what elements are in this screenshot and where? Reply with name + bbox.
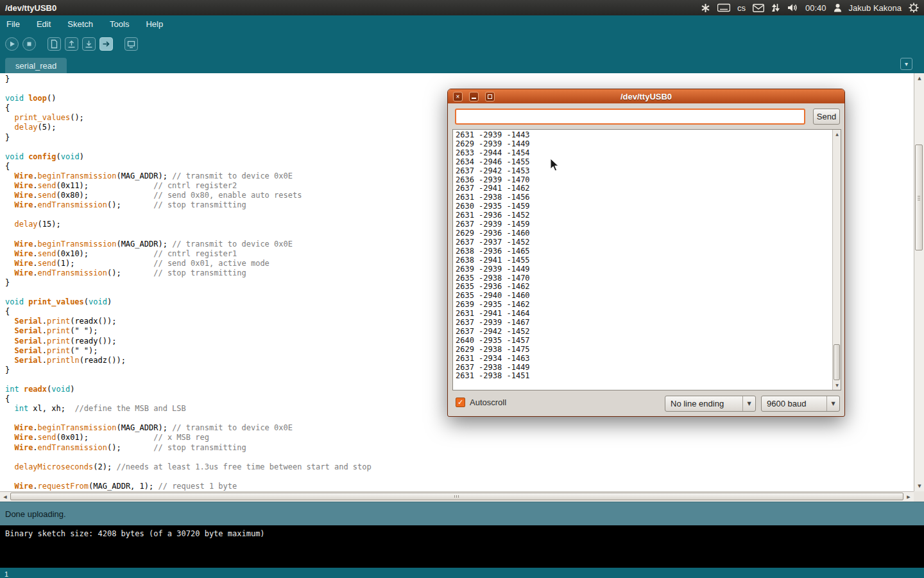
vertical-scroll-thumb[interactable] bbox=[915, 144, 923, 250]
line-number-indicator: 1 bbox=[4, 570, 8, 578]
send-button[interactable]: Send bbox=[813, 109, 840, 125]
console-line: Binary sketch size: 4208 bytes (of a 307… bbox=[0, 525, 924, 538]
line-ending-value: No line ending bbox=[665, 399, 742, 408]
serial-scroll-thumb[interactable] bbox=[834, 344, 840, 380]
upload-button[interactable] bbox=[99, 37, 113, 51]
open-sketch-button[interactable] bbox=[65, 37, 78, 51]
tab-bar: serial_read ▾ bbox=[0, 55, 924, 73]
menu-bar: File Edit Sketch Tools Help bbox=[0, 15, 924, 33]
check-icon: ✓ bbox=[458, 398, 463, 407]
minimize-icon[interactable] bbox=[469, 92, 479, 101]
menu-item-sketch[interactable]: Sketch bbox=[67, 19, 93, 29]
scrollbar-corner bbox=[914, 491, 924, 502]
serial-monitor-titlebar[interactable]: /dev/ttyUSB0 × bbox=[448, 89, 844, 103]
menu-item-help[interactable]: Help bbox=[146, 19, 163, 29]
chevron-down-icon: ▼ bbox=[742, 396, 755, 411]
serial-monitor-controls: ✓ Autoscroll No line ending ▼ 9600 baud … bbox=[448, 396, 844, 414]
ide-toolbar bbox=[0, 33, 924, 55]
baud-rate-value: 9600 baud bbox=[762, 399, 826, 408]
scroll-right-arrow-icon[interactable]: ▶ bbox=[903, 492, 914, 502]
scroll-left-arrow-icon[interactable]: ◀ bbox=[0, 492, 10, 502]
new-sketch-button[interactable] bbox=[47, 37, 61, 51]
serial-output: 2631 -2939 -14432629 -2939 -14492633 -29… bbox=[453, 130, 832, 390]
autoscroll-label: Autoscroll bbox=[470, 398, 506, 407]
scroll-up-arrow-icon[interactable]: ▲ bbox=[833, 130, 841, 139]
active-window-title: /dev/ttyUSB0 bbox=[5, 3, 56, 13]
menu-item-tools[interactable]: Tools bbox=[110, 19, 129, 29]
serial-monitor-button[interactable] bbox=[124, 37, 138, 51]
serial-output-area[interactable]: 2631 -2939 -14432629 -2939 -14492633 -29… bbox=[452, 129, 841, 390]
scroll-up-arrow-icon[interactable]: ▲ bbox=[914, 73, 924, 83]
window-controls: × bbox=[453, 92, 495, 101]
indicator-icon[interactable] bbox=[701, 3, 710, 13]
volume-icon[interactable] bbox=[787, 3, 798, 12]
editor-vertical-scrollbar[interactable]: ▲ ▼ bbox=[914, 73, 924, 491]
mail-icon[interactable] bbox=[753, 4, 764, 12]
system-top-panel: /dev/ttyUSB0 cs 00:40 Jakub Kakona bbox=[0, 0, 924, 15]
tab-serial-read[interactable]: serial_read bbox=[5, 58, 67, 73]
autoscroll-checkbox[interactable]: ✓ bbox=[456, 398, 465, 407]
tab-label: serial_read bbox=[15, 61, 56, 71]
updown-arrows-icon[interactable] bbox=[771, 3, 780, 12]
user-icon bbox=[834, 3, 842, 12]
username[interactable]: Jakub Kakona bbox=[849, 3, 902, 13]
save-sketch-button[interactable] bbox=[82, 37, 96, 51]
horizontal-scroll-thumb[interactable] bbox=[10, 493, 903, 500]
menu-item-file[interactable]: File bbox=[6, 19, 20, 29]
scroll-down-arrow-icon[interactable]: ▼ bbox=[833, 381, 841, 390]
line-ending-select[interactable]: No line ending ▼ bbox=[665, 396, 756, 412]
maximize-icon[interactable] bbox=[485, 92, 495, 101]
status-message: Done uploading. bbox=[5, 509, 66, 519]
chevron-down-icon: ▾ bbox=[905, 60, 908, 67]
serial-scrollbar[interactable]: ▲ ▼ bbox=[832, 130, 841, 390]
editor-footer: 1 bbox=[0, 568, 924, 578]
serial-monitor-window: /dev/ttyUSB0 × Send 2631 -2939 -14432629… bbox=[447, 89, 845, 417]
clock[interactable]: 00:40 bbox=[805, 3, 826, 13]
mouse-cursor bbox=[550, 158, 560, 175]
keyboard-icon[interactable] bbox=[717, 3, 730, 12]
tab-menu-button[interactable]: ▾ bbox=[900, 58, 912, 70]
stop-button[interactable] bbox=[22, 37, 36, 51]
session-gear-icon[interactable] bbox=[909, 3, 919, 13]
baud-rate-select[interactable]: 9600 baud ▼ bbox=[761, 396, 840, 412]
status-bar: Done uploading. bbox=[0, 502, 924, 525]
keyboard-layout-indicator[interactable]: cs bbox=[737, 3, 746, 13]
chevron-down-icon: ▼ bbox=[826, 396, 839, 411]
serial-send-input[interactable] bbox=[455, 109, 805, 125]
editor-horizontal-scrollbar[interactable]: ◀ ▶ bbox=[0, 491, 914, 502]
verify-button[interactable] bbox=[5, 37, 19, 51]
console-output: Binary sketch size: 4208 bytes (of a 307… bbox=[0, 525, 924, 568]
serial-monitor-title: /dev/ttyUSB0 bbox=[448, 92, 844, 101]
close-icon[interactable]: × bbox=[453, 92, 463, 101]
menu-item-edit[interactable]: Edit bbox=[37, 19, 51, 29]
scroll-down-arrow-icon[interactable]: ▼ bbox=[914, 481, 924, 491]
system-tray: cs 00:40 Jakub Kakona bbox=[701, 3, 919, 13]
